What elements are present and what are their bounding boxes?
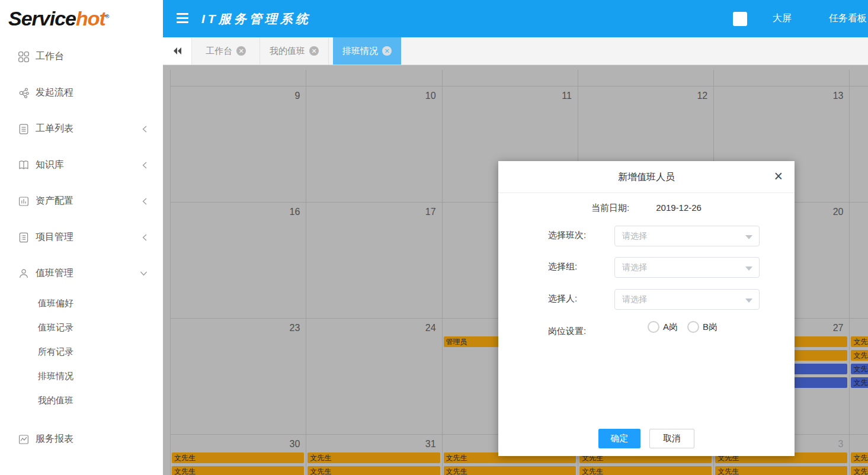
chevron-left-icon: [142, 197, 148, 205]
current-date-row: 当前日期: 2019-12-26: [498, 203, 795, 214]
caret-down-icon: [745, 299, 752, 303]
chevron-left-icon: [142, 233, 148, 241]
shift-select-label: 选择班次:: [548, 230, 586, 241]
app-title: IT服务管理系统: [201, 0, 311, 37]
sidebar-subitem-duty-records[interactable]: 值班记录: [0, 316, 163, 340]
registered-mark: ®: [105, 14, 109, 20]
user-icon: [18, 268, 30, 280]
sidebar-item-label: 项目管理: [36, 231, 73, 243]
logo-text: Servicehot®: [8, 7, 109, 30]
caret-down-icon: [745, 235, 752, 239]
sidebar-subitem-all-records[interactable]: 所有记录: [0, 340, 163, 364]
sidebar-menu: 工作台 发起流程 工单列表 知: [0, 37, 163, 475]
tab-workbench[interactable]: 工作台 ✕: [192, 37, 260, 65]
sidebar-item-label: 知识库: [36, 159, 64, 171]
caret-down-icon: [745, 267, 752, 271]
sidebar-item-initiate-process[interactable]: 发起流程: [0, 75, 163, 111]
duty-submenu: 值班偏好 值班记录 所有记录 排班情况 我的值班: [0, 291, 163, 413]
sidebar-item-service-reports[interactable]: 服务报表: [0, 421, 163, 457]
cancel-button[interactable]: 取消: [649, 429, 694, 448]
sidebar-subitem-label: 所有记录: [38, 346, 73, 358]
group-select[interactable]: 请选择: [614, 257, 760, 278]
select-placeholder: 请选择: [615, 290, 759, 309]
collapse-tabs-button[interactable]: [163, 37, 192, 65]
task-board-link[interactable]: 任务看板: [829, 12, 867, 25]
book-icon: [18, 159, 30, 171]
header-actions: 大屏 任务看板: [733, 0, 868, 37]
sidebar-item-project-management[interactable]: 项目管理: [0, 219, 163, 255]
select-placeholder: 请选择: [615, 258, 759, 277]
tab-label: 排班情况: [342, 46, 378, 57]
radio-label: A岗: [663, 322, 678, 333]
top-header: IT服务管理系统 大屏 任务看板: [163, 0, 868, 37]
chevron-left-icon: [142, 125, 148, 133]
sidebar-subitem-label: 值班偏好: [38, 298, 73, 309]
sidebar-item-partial[interactable]: [0, 471, 163, 475]
big-screen-link[interactable]: 大屏: [773, 12, 792, 25]
sidebar-item-label: 工单列表: [36, 123, 73, 135]
report-chart-icon: [18, 434, 30, 445]
tab-my-duty[interactable]: 我的值班 ✕: [260, 37, 329, 65]
sidebar-subitem-duty-preference[interactable]: 值班偏好: [0, 291, 163, 316]
fullscreen-square-icon[interactable]: [733, 12, 747, 26]
sidebar-item-duty-management[interactable]: 值班管理: [0, 255, 163, 291]
sidebar: Servicehot® 工作台 发起流程 工单列表: [0, 0, 163, 475]
close-icon[interactable]: ✕: [382, 46, 392, 56]
sidebar-item-label: 发起流程: [36, 86, 73, 99]
sidebar-item-label: 值班管理: [36, 267, 73, 280]
modal-footer: 确定 取消: [498, 429, 795, 448]
modal-title: 新增值班人员: [498, 161, 795, 192]
post-radio-group: A岗 B岗: [648, 321, 718, 333]
shift-select[interactable]: 请选择: [614, 226, 760, 246]
grid-icon: [18, 51, 30, 63]
logo: Servicehot®: [0, 0, 163, 37]
sidebar-subitem-label: 我的值班: [38, 395, 73, 406]
modal-header: 新增值班人员 ×: [498, 161, 795, 193]
add-duty-person-modal: 新增值班人员 × 当前日期: 2019-12-26 选择班次: 请选择 选择组:…: [498, 161, 795, 456]
sidebar-item-workbench[interactable]: 工作台: [0, 38, 163, 75]
radio-circle-icon: [687, 321, 699, 333]
close-icon[interactable]: ×: [774, 168, 783, 184]
current-date-label: 当前日期:: [591, 203, 629, 214]
sidebar-item-knowledge-base[interactable]: 知识库: [0, 147, 163, 183]
select-placeholder: 请选择: [615, 226, 759, 246]
chevron-left-icon: [142, 161, 148, 169]
app-window: Servicehot® 工作台 发起流程 工单列表: [0, 0, 868, 475]
group-select-label: 选择组:: [548, 261, 577, 272]
current-date-value: 2019-12-26: [656, 203, 702, 214]
radio-post-b[interactable]: B岗: [687, 321, 718, 333]
bar-chart-icon: [18, 195, 30, 207]
sidebar-subitem-label: 排班情况: [38, 371, 73, 382]
sidebar-item-workorder-list[interactable]: 工单列表: [0, 111, 163, 147]
person-select-label: 选择人:: [548, 293, 577, 304]
tab-label: 工作台: [206, 46, 232, 57]
sidebar-subitem-shift-schedule[interactable]: 排班情况: [0, 364, 163, 389]
radio-circle-icon: [648, 321, 659, 333]
sidebar-subitem-label: 值班记录: [38, 322, 73, 333]
tab-label: 我的值班: [270, 46, 305, 57]
sidebar-item-label: 工作台: [36, 50, 64, 63]
user-icon: [18, 471, 30, 475]
person-select[interactable]: 请选择: [614, 289, 760, 310]
close-icon[interactable]: ✕: [309, 46, 319, 56]
sidebar-item-label: 服务报表: [36, 433, 73, 445]
flow-icon: [18, 87, 30, 99]
confirm-button[interactable]: 确定: [598, 429, 640, 448]
project-file-icon: [18, 232, 30, 243]
tab-bar: 工作台 ✕ 我的值班 ✕ 排班情况 ✕: [163, 37, 868, 65]
hamburger-menu-icon[interactable]: [177, 13, 188, 23]
document-list-icon: [18, 123, 30, 135]
close-icon[interactable]: ✕: [236, 46, 246, 56]
chevron-down-icon: [140, 271, 148, 277]
radio-label: B岗: [703, 322, 718, 333]
tab-shift-schedule[interactable]: 排班情况 ✕: [333, 37, 401, 65]
post-setting-label: 岗位设置:: [548, 326, 586, 337]
sidebar-item-asset-config[interactable]: 资产配置: [0, 183, 163, 219]
double-chevron-left-icon: [172, 46, 182, 56]
radio-post-a[interactable]: A岗: [648, 321, 678, 333]
sidebar-item-label: 资产配置: [36, 195, 73, 207]
sidebar-subitem-my-duty[interactable]: 我的值班: [0, 389, 163, 413]
